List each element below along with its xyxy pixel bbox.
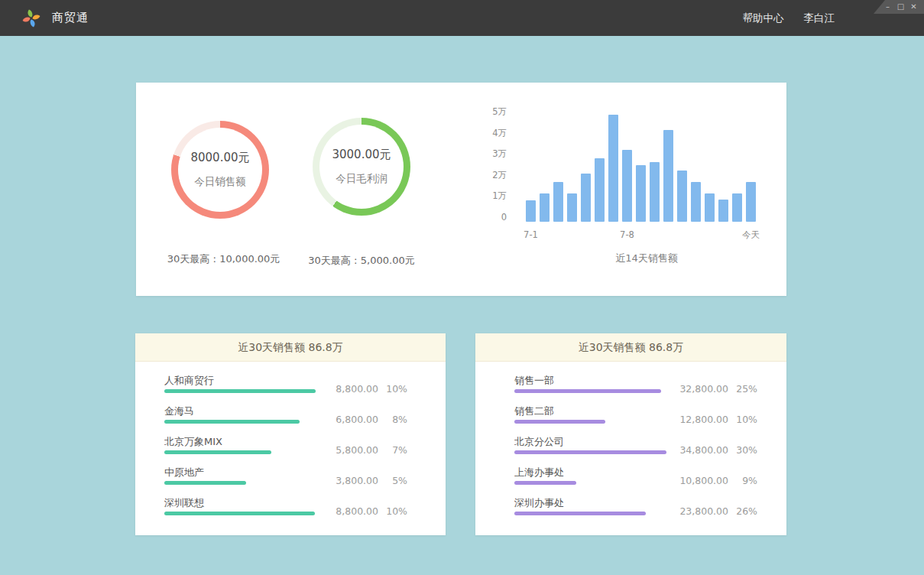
ranking-item-values: 8,800.0010% <box>321 505 407 517</box>
ranking-item-name: 中原地产 <box>164 466 204 479</box>
overview-card: 8000.00元 今日销售额 30天最高：10,000.00元 3000.00元… <box>136 83 786 296</box>
ranking-item-amount: 10,800.00 <box>671 475 728 486</box>
customer-ranking-list: 人和商贸行8,800.0010%金海马6,800.008%北京万象MIX5,80… <box>135 362 446 525</box>
customer-ranking-card: 近30天销售额 86.8万 人和商贸行8,800.0010%金海马6,800.0… <box>135 333 446 535</box>
sales-bar-chart <box>526 114 756 222</box>
bar <box>746 182 756 222</box>
bar <box>553 182 563 222</box>
ranking-item-percent: 8% <box>378 414 407 425</box>
ranking-item: 上海办事处10,800.009% <box>514 463 757 494</box>
x-axis-tick: 7-1 <box>524 229 538 240</box>
bar <box>526 200 536 222</box>
department-ranking-list: 销售一部32,800.0025%销售二部12,800.0010%北京分公司34,… <box>475 362 786 525</box>
app-title: 商贸通 <box>52 0 89 36</box>
y-axis-tick: 5万 <box>472 106 507 118</box>
y-axis-tick: 2万 <box>472 170 507 181</box>
ranking-item-name: 北京分公司 <box>514 435 564 449</box>
ranking-item: 销售二部12,800.0010% <box>514 402 757 433</box>
department-ranking-header: 近30天销售额 86.8万 <box>475 333 786 362</box>
ranking-item-amount: 8,800.00 <box>321 505 378 517</box>
ranking-item-values: 32,800.0025% <box>671 383 757 395</box>
ranking-item-bar <box>514 450 666 454</box>
bar <box>732 193 742 222</box>
today-sales-label: 今日销售额 <box>194 175 246 189</box>
ranking-item-amount: 8,800.00 <box>321 383 378 395</box>
ranking-item-bar <box>514 420 605 424</box>
y-axis-tick: 0 <box>472 212 507 223</box>
bar <box>595 158 605 222</box>
bar <box>663 130 673 222</box>
ranking-item-percent: 10% <box>378 505 407 517</box>
ranking-item: 北京万象MIX5,800.007% <box>164 433 407 463</box>
ranking-item: 中原地产3,800.005% <box>164 463 407 494</box>
ranking-item-bar <box>514 481 576 485</box>
ranking-item-percent: 10% <box>728 414 757 425</box>
y-axis-tick: 1万 <box>472 190 507 202</box>
bar <box>718 200 728 222</box>
bar <box>705 193 715 222</box>
ranking-item-percent: 30% <box>728 444 757 456</box>
profit-30d-max: 30天最高：5,000.00元 <box>289 254 434 268</box>
ranking-item-values: 5,800.007% <box>321 444 407 456</box>
ranking-item-name: 销售二部 <box>514 404 554 418</box>
minimize-button[interactable]: – <box>881 0 894 14</box>
sales-30d-max: 30天最高：10,000.00元 <box>149 252 298 266</box>
today-profit-value: 3000.00元 <box>332 148 391 162</box>
ranking-item-bar <box>164 389 316 393</box>
department-ranking-card: 近30天销售额 86.8万 销售一部32,800.0025%销售二部12,800… <box>475 333 786 535</box>
help-center-link[interactable]: 帮助中心 <box>743 11 784 25</box>
bar <box>540 193 550 222</box>
today-sales-donut-center: 8000.00元 今日销售额 <box>178 128 262 212</box>
ranking-item: 金海马6,800.008% <box>164 402 407 433</box>
bar <box>636 165 646 222</box>
today-profit-donut-center: 3000.00元 今日毛利润 <box>319 125 404 209</box>
ranking-item-name: 深圳联想 <box>164 496 204 510</box>
ranking-item-bar <box>514 389 661 393</box>
user-menu[interactable]: 李白江 <box>804 11 835 25</box>
ranking-item-bar <box>164 512 315 515</box>
window-controls: – □ ✕ <box>874 0 924 14</box>
ranking-item-name: 金海马 <box>164 404 194 418</box>
ranking-item-percent: 25% <box>728 383 757 395</box>
ranking-item-percent: 26% <box>728 505 757 517</box>
ranking-item-amount: 34,800.00 <box>671 444 728 456</box>
ranking-item-amount: 3,800.00 <box>321 475 378 486</box>
ranking-item-bar <box>514 512 646 515</box>
ranking-item-values: 34,800.0030% <box>671 444 757 456</box>
pinwheel-logo-icon <box>20 7 43 30</box>
ranking-item-amount: 12,800.00 <box>671 414 728 425</box>
bar <box>691 182 701 222</box>
ranking-item-percent: 7% <box>378 444 407 456</box>
ranking-item: 北京分公司34,800.0030% <box>514 433 757 463</box>
ranking-item-percent: 5% <box>378 475 407 486</box>
bar <box>608 115 618 222</box>
y-axis-tick: 3万 <box>472 148 507 160</box>
ranking-item-name: 上海办事处 <box>514 466 564 479</box>
today-sales-value: 8000.00元 <box>190 151 249 165</box>
ranking-item-amount: 23,800.00 <box>671 505 728 517</box>
ranking-item-name: 销售一部 <box>514 374 554 388</box>
ranking-item: 深圳办事处23,800.0026% <box>514 494 757 525</box>
bar <box>622 150 632 222</box>
today-profit-donut: 3000.00元 今日毛利润 <box>313 118 410 216</box>
customer-ranking-header: 近30天销售额 86.8万 <box>135 333 446 362</box>
bar <box>567 193 577 222</box>
ranking-item-values: 12,800.0010% <box>671 414 757 425</box>
close-button[interactable]: ✕ <box>907 0 920 14</box>
ranking-item-name: 人和商贸行 <box>164 374 214 388</box>
bar <box>650 162 660 222</box>
today-sales-donut: 8000.00元 今日销售额 <box>171 121 269 219</box>
ranking-item-values: 6,800.008% <box>321 414 407 425</box>
ranking-item-amount: 6,800.00 <box>321 414 378 425</box>
ranking-item-values: 3,800.005% <box>321 475 407 486</box>
ranking-item-bar <box>164 481 246 485</box>
titlebar: 商贸通 帮助中心 李白江 – □ ✕ <box>0 0 924 36</box>
bar <box>677 171 687 222</box>
ranking-item-name: 北京万象MIX <box>164 435 222 449</box>
ranking-item-bar <box>164 450 271 454</box>
maximize-button[interactable]: □ <box>894 0 907 14</box>
y-axis-tick: 4万 <box>472 128 507 139</box>
ranking-item: 深圳联想8,800.0010% <box>164 494 407 525</box>
titlebar-menu: 帮助中心 李白江 <box>743 0 835 36</box>
x-axis-tick: 今天 <box>742 229 760 241</box>
